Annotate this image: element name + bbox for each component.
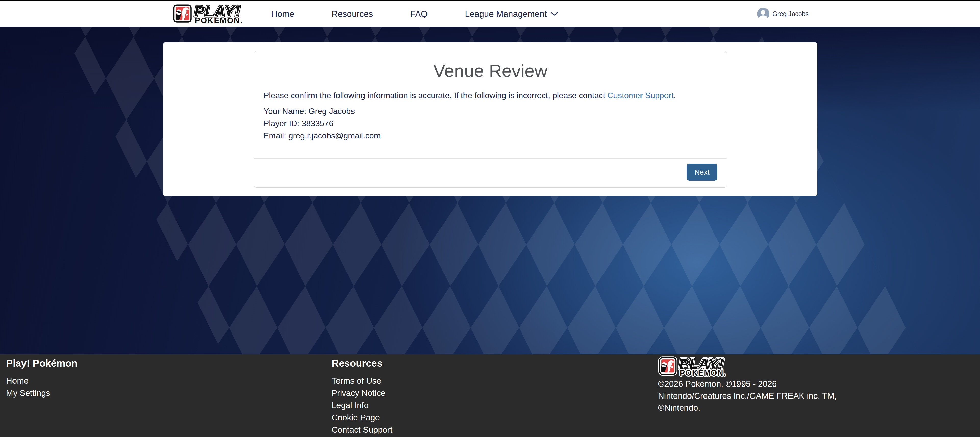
user-avatar-icon — [757, 8, 769, 20]
nav-item-resources[interactable]: Resources — [332, 9, 373, 19]
player-info-block: Your Name: Greg Jacobs Player ID: 383357… — [264, 105, 717, 142]
svg-text:POKÉMON.: POKÉMON. — [680, 369, 726, 377]
nav-faq-label: FAQ — [410, 9, 428, 19]
content-panel: Venue Review Please confirm the followin… — [163, 42, 817, 196]
pokeball-badge-icon — [659, 357, 677, 375]
intro-text-before: Please confirm the following information… — [264, 91, 607, 100]
footer-link-contact-support[interactable]: Contact Support — [332, 424, 392, 436]
player-email-line: Email: greg.r.jacobs@gmail.com — [264, 130, 717, 142]
footer-column-play-pokemon: Play! Pokémon Home My Settings — [6, 354, 78, 399]
confirmation-text: Please confirm the following information… — [264, 90, 717, 100]
play-pokemon-logo[interactable]: PLAY! PLAY! PLAY! PLAY! POKÉMON. POKÉMON… — [172, 3, 251, 24]
player-name-line: Your Name: Greg Jacobs — [264, 105, 717, 117]
footer-link-home[interactable]: Home — [6, 375, 78, 387]
nav-item-faq[interactable]: FAQ — [410, 9, 428, 19]
user-name: Greg Jacobs — [772, 10, 808, 17]
footer-play-pokemon-logo: PLAY! PLAY! PLAY! PLAY! POKÉMON. POKÉMON… — [658, 356, 735, 377]
footer-link-terms-of-use[interactable]: Terms of Use — [332, 375, 392, 387]
copyright-line-3: ®Nintendo. — [658, 402, 837, 414]
nav-home-label: Home — [271, 9, 294, 19]
footer-link-privacy-notice[interactable]: Privacy Notice — [332, 387, 392, 399]
copyright-line-1: ©2026 Pokémon. ©1995 - 2026 — [658, 378, 837, 390]
site-footer: Play! Pokémon Home My Settings Resources… — [0, 354, 980, 437]
footer-link-my-settings[interactable]: My Settings — [6, 387, 78, 399]
footer-column-legal: PLAY! PLAY! PLAY! PLAY! POKÉMON. POKÉMON… — [658, 354, 837, 414]
customer-support-link[interactable]: Customer Support — [607, 91, 674, 100]
intro-text-after: . — [674, 91, 676, 100]
copyright-line-2: Nintendo/Creatures Inc./GAME FREAK inc. … — [658, 390, 837, 402]
svg-text:POKÉMON.: POKÉMON. — [195, 16, 243, 24]
top-nav-bar: PLAY! PLAY! PLAY! PLAY! POKÉMON. POKÉMON… — [0, 0, 980, 27]
nav-resources-label: Resources — [332, 9, 373, 19]
chevron-down-icon — [550, 11, 558, 16]
footer-heading-resources: Resources — [332, 358, 392, 369]
footer-link-legal-info[interactable]: Legal Info — [332, 399, 392, 412]
nav-item-home[interactable]: Home — [271, 9, 294, 19]
footer-heading-play-pokemon: Play! Pokémon — [6, 358, 78, 369]
user-menu[interactable]: Greg Jacobs — [757, 8, 808, 20]
footer-link-cookie-page[interactable]: Cookie Page — [332, 412, 392, 424]
venue-review-card: Venue Review Please confirm the followin… — [254, 51, 727, 188]
card-divider — [254, 158, 727, 159]
footer-column-resources: Resources Terms of Use Privacy Notice Le… — [332, 354, 392, 436]
nav-item-league-management[interactable]: League Management — [465, 9, 558, 19]
page-title: Venue Review — [254, 61, 727, 81]
pokeball-badge-icon — [173, 5, 192, 23]
copyright-text: ©2026 Pokémon. ©1995 - 2026 Nintendo/Cre… — [658, 378, 837, 414]
nav-league-management-label: League Management — [465, 9, 547, 19]
main-nav: Home Resources FAQ League Management — [271, 9, 558, 19]
player-id-line: Player ID: 3833576 — [264, 117, 717, 130]
next-button[interactable]: Next — [687, 164, 717, 181]
